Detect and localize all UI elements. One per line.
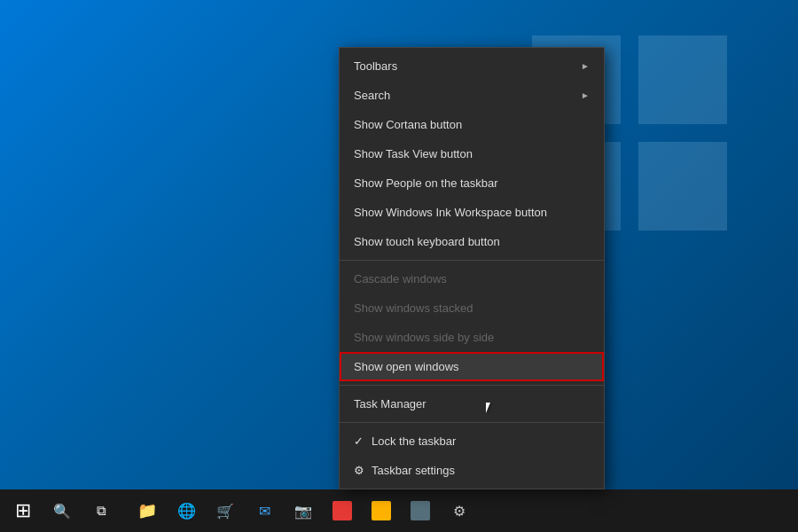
- file-explorer-icon: 📁: [137, 501, 157, 520]
- separator-3: [340, 422, 604, 423]
- mail-button[interactable]: ✉: [245, 491, 284, 530]
- separator-1: [340, 260, 604, 261]
- settings-icon: ⚙: [453, 503, 466, 520]
- app-icon-yellow: [372, 501, 391, 520]
- menu-item-task-manager[interactable]: Task Manager: [340, 389, 604, 419]
- context-menu: Toolbars ► Search ► Show Cortana button …: [339, 47, 605, 489]
- menu-item-show-cortana[interactable]: Show Cortana button: [340, 110, 604, 139]
- menu-item-show-taskview[interactable]: Show Task View button: [340, 139, 604, 168]
- menu-item-show-people[interactable]: Show People on the taskbar: [340, 168, 604, 198]
- photos-icon: 📷: [294, 503, 312, 520]
- menu-item-toolbars[interactable]: Toolbars ►: [340, 51, 604, 81]
- taskbar: ⊞ 🔍 ⧉ 📁 🌐 🛒 ✉ 📷: [0, 489, 798, 532]
- settings-button[interactable]: ⚙: [440, 491, 479, 530]
- menu-item-side-by-side: Show windows side by side: [340, 323, 604, 352]
- separator-2: [340, 385, 604, 386]
- mail-icon: ✉: [259, 503, 270, 520]
- pinned-app-2[interactable]: [362, 491, 401, 530]
- arrow-icon: ►: [581, 61, 590, 71]
- menu-item-lock-taskbar[interactable]: ✓ Lock the taskbar: [340, 426, 604, 456]
- store-button[interactable]: 🛒: [206, 491, 245, 530]
- app-icon-grey: [411, 501, 430, 520]
- edge-button[interactable]: 🌐: [167, 491, 206, 530]
- menu-item-show-open-windows[interactable]: Show open windows: [340, 352, 604, 381]
- checkmark-icon: ✓: [354, 434, 368, 448]
- menu-item-search[interactable]: Search ►: [340, 81, 604, 110]
- store-icon: 🛒: [216, 503, 234, 520]
- task-view-icon: ⧉: [97, 503, 106, 519]
- menu-item-show-touch[interactable]: Show touch keyboard button: [340, 227, 604, 256]
- menu-item-cascade: Cascade windows: [340, 264, 604, 293]
- start-button[interactable]: ⊞: [4, 491, 43, 530]
- desktop: Toolbars ► Search ► Show Cortana button …: [0, 0, 798, 532]
- menu-item-stacked: Show windows stacked: [340, 293, 604, 323]
- edge-icon: 🌐: [177, 502, 196, 520]
- app-icon-red: [332, 501, 352, 520]
- photos-button[interactable]: 📷: [284, 491, 323, 530]
- pinned-app-3[interactable]: [401, 491, 440, 530]
- file-explorer-button[interactable]: 📁: [128, 491, 167, 530]
- search-button[interactable]: 🔍: [43, 491, 82, 530]
- gear-icon: ⚙: [354, 464, 364, 477]
- menu-item-show-ink[interactable]: Show Windows Ink Workspace button: [340, 198, 604, 227]
- pinned-app-1[interactable]: [323, 491, 362, 530]
- menu-item-taskbar-settings[interactable]: ⚙ Taskbar settings: [340, 456, 604, 485]
- arrow-icon: ►: [581, 90, 590, 100]
- start-icon: ⊞: [15, 499, 31, 522]
- search-icon: 🔍: [53, 503, 71, 520]
- task-view-button[interactable]: ⧉: [82, 491, 121, 530]
